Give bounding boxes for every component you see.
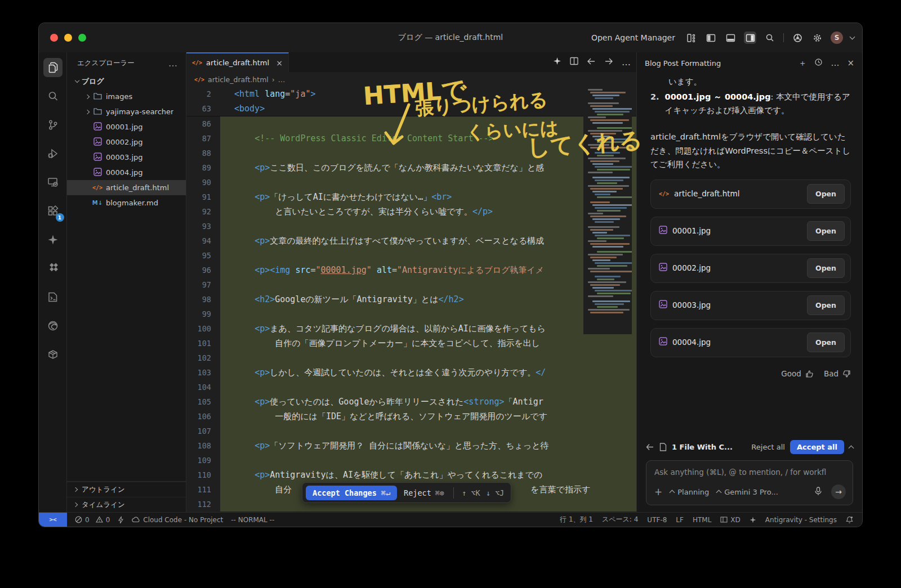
toggle-right-sidebar-icon[interactable]: [744, 32, 756, 44]
cursor-position[interactable]: 行 1、列 1: [560, 515, 593, 524]
run-debug-icon[interactable]: [43, 144, 63, 163]
xd-layout-status[interactable]: XD: [720, 516, 740, 524]
ask-input-placeholder[interactable]: Ask anything (⌘L), @ to mention, / for w…: [654, 468, 846, 477]
encoding-status[interactable]: UTF-8: [647, 516, 667, 524]
titlebar: ブログ — article_draft.html Open Agent Mana…: [39, 23, 862, 52]
next-change-button[interactable]: ↓ ⌥J: [486, 488, 505, 497]
settings-gear-icon[interactable]: [811, 32, 823, 44]
search-activity-icon[interactable]: [43, 87, 63, 106]
tree-item-00001-jpg[interactable]: 00001.jpg: [67, 119, 186, 134]
maximize-window-button[interactable]: [78, 34, 86, 42]
breadcrumb-more[interactable]: …: [278, 75, 286, 84]
open-button[interactable]: Open: [807, 184, 845, 204]
language-mode[interactable]: HTML: [693, 516, 711, 524]
model-select[interactable]: Gemini 3 Pro...: [717, 488, 778, 496]
code-line-107: 107: [186, 424, 636, 438]
accept-all-button[interactable]: Accept all: [790, 440, 844, 454]
section-タイムライン[interactable]: タイムライン: [67, 497, 186, 512]
search-icon[interactable]: [764, 32, 776, 44]
code-editor[interactable]: 2<html lang="ja">63<body> 8687 <!-- Word…: [186, 87, 636, 512]
browser-icon[interactable]: [791, 32, 804, 44]
traffic-lights[interactable]: [39, 34, 86, 42]
explorer-more-icon[interactable]: …: [168, 58, 178, 69]
remote-indicator[interactable]: ><: [39, 513, 67, 527]
send-button[interactable]: →: [831, 484, 846, 499]
minimize-window-button[interactable]: [64, 34, 72, 42]
tree-item-00004-jpg[interactable]: 00004.jpg: [67, 165, 186, 180]
prev-change-button[interactable]: ↑ ⌥K: [462, 488, 480, 497]
cloud-code-status[interactable]: Cloud Code - No Project: [132, 516, 223, 524]
panel-close-icon[interactable]: ×: [847, 58, 854, 68]
agent-manager-icon[interactable]: [685, 32, 697, 44]
nav-forward-icon[interactable]: [604, 57, 613, 68]
terminal-file-icon[interactable]: [43, 288, 63, 307]
explorer-activity-icon[interactable]: [43, 58, 63, 77]
tree-item-images[interactable]: images: [67, 89, 186, 104]
remote-explorer-icon[interactable]: [43, 173, 63, 192]
open-button[interactable]: Open: [807, 221, 845, 241]
microphone-icon[interactable]: [814, 487, 822, 497]
ask-input-box[interactable]: Ask anything (⌘L), @ to mention, / for w…: [646, 460, 853, 505]
editor-sparkle-icon[interactable]: [553, 57, 561, 68]
planning-mode-select[interactable]: Planning: [670, 488, 709, 496]
account-chevron-icon[interactable]: [850, 34, 855, 39]
power-status-icon[interactable]: [118, 516, 124, 524]
attach-plus-icon[interactable]: +: [654, 486, 662, 497]
open-button[interactable]: Open: [807, 258, 845, 278]
sparkle-status-icon[interactable]: [750, 517, 756, 523]
tree-item-article-draft-html[interactable]: </>article_draft.html: [67, 180, 186, 195]
minimap[interactable]: [583, 87, 632, 334]
split-editor-icon[interactable]: [570, 57, 578, 68]
reject-all-button[interactable]: Reject all: [751, 443, 785, 451]
desktop: ブログ — article_draft.html Open Agent Mana…: [0, 0, 901, 588]
open-button[interactable]: Open: [807, 333, 845, 352]
user-avatar[interactable]: S: [831, 32, 843, 44]
nav-back-icon[interactable]: [587, 57, 596, 68]
edge-swirl-icon[interactable]: [43, 316, 63, 335]
tree-item-yajimaya-searcher[interactable]: yajimaya-searcher: [67, 104, 186, 119]
tree-item-label: 00003.jpg: [106, 153, 143, 161]
back-arrow-icon[interactable]: [646, 443, 654, 451]
eol-status[interactable]: LF: [676, 516, 684, 524]
accept-changes-button[interactable]: Accept Changes ⌘↵: [306, 486, 397, 500]
source-control-icon[interactable]: [43, 115, 63, 134]
tree-item--[interactable]: ブログ: [67, 74, 186, 89]
indentation-status[interactable]: スペース: 4: [602, 515, 638, 524]
file-card-name: article_draft.html: [674, 187, 739, 200]
vim-mode-status[interactable]: -- NORMAL --: [231, 516, 274, 524]
extensions-icon[interactable]: 1: [43, 201, 63, 221]
new-chat-icon[interactable]: ＋: [798, 58, 806, 69]
file-card-article-draft-html[interactable]: </>article_draft.htmlOpen: [650, 179, 851, 209]
file-card-00002-jpg[interactable]: 00002.jpgOpen: [650, 254, 851, 283]
tree-item-00002-jpg[interactable]: 00002.jpg: [67, 134, 186, 150]
tree-item-blogmaker-md[interactable]: M↓blogmaker.md: [67, 195, 186, 210]
tab-article-draft[interactable]: </> article_draft.html ×: [186, 52, 289, 72]
tree-item-00003-jpg[interactable]: 00003.jpg: [67, 150, 186, 165]
toggle-left-sidebar-icon[interactable]: [704, 32, 717, 44]
ai-sparkle-icon[interactable]: [43, 230, 63, 249]
tab-close-icon[interactable]: ×: [276, 59, 283, 68]
toggle-bottom-panel-icon[interactable]: [724, 32, 737, 44]
breadcrumb[interactable]: </> article_draft.html › …: [186, 72, 636, 87]
workflows-icon[interactable]: [43, 259, 63, 278]
editor-more-icon[interactable]: …: [622, 57, 631, 68]
history-icon[interactable]: [814, 58, 823, 69]
reject-button[interactable]: Reject ⌘⊗: [399, 486, 449, 500]
section-アウトライン[interactable]: アウトライン: [67, 482, 186, 497]
breadcrumb-file[interactable]: article_draft.html: [208, 75, 269, 84]
file-card-00004-jpg[interactable]: 00004.jpgOpen: [650, 328, 851, 357]
changes-count[interactable]: 1 File With C...: [672, 443, 733, 451]
antigravity-settings-status[interactable]: Antigravity - Settings: [765, 516, 837, 524]
panel-more-icon[interactable]: …: [831, 58, 839, 68]
open-button[interactable]: Open: [807, 295, 845, 315]
collapse-chevron-icon[interactable]: [849, 445, 854, 451]
open-agent-manager-button[interactable]: Open Agent Manager: [591, 33, 675, 42]
good-button[interactable]: Good: [781, 367, 814, 380]
problems-status[interactable]: 0 0: [75, 516, 110, 524]
file-card-00003-jpg[interactable]: 00003.jpgOpen: [650, 291, 851, 320]
container-box-icon[interactable]: [43, 345, 63, 364]
notifications-bell-icon[interactable]: [846, 516, 853, 524]
file-card-00001-jpg[interactable]: 00001.jpgOpen: [650, 217, 851, 246]
close-window-button[interactable]: [50, 34, 58, 42]
bad-button[interactable]: Bad: [824, 367, 851, 380]
